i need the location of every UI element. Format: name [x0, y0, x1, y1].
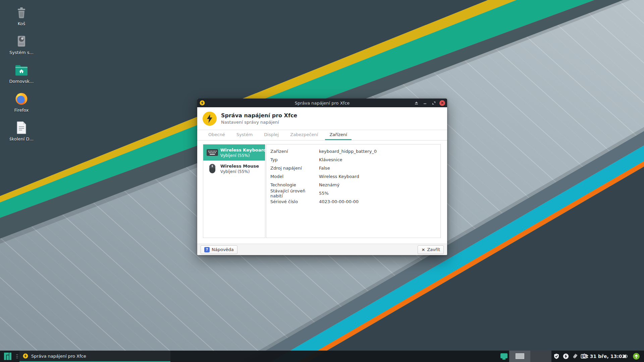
detail-value: Neznámý: [319, 182, 339, 187]
task-button-label: Správa napájení pro Xfce: [31, 354, 86, 359]
detail-value: 4023-00-00-00-00: [319, 199, 359, 204]
detail-value: False: [319, 166, 330, 171]
workspace-2[interactable]: [530, 351, 551, 362]
close-button[interactable]: ×: [439, 100, 445, 106]
desktop-icon-filesystem[interactable]: Systém s...: [7, 34, 36, 55]
workspace-window-preview: [516, 353, 524, 359]
device-list-item-mouse[interactable]: Wireless Mouse Vybíjení (55%): [203, 161, 265, 177]
desktop-icon-label: Systém s...: [9, 50, 34, 55]
home-folder-icon: [14, 63, 29, 77]
maximize-button[interactable]: [431, 100, 437, 106]
device-status: Vybíjení (55%): [220, 169, 259, 174]
device-list: Wireless Keyboard Vybíjení (55%) Wireles…: [203, 144, 265, 238]
detail-value: 55%: [319, 191, 329, 196]
detail-value: Wireless Keyboard: [319, 174, 359, 179]
close-x-icon: ×: [421, 247, 425, 252]
desktop-icon-label: Firefox: [14, 108, 29, 113]
detail-row: Zařízení keyboard_hidpp_battery_0: [266, 147, 440, 156]
dialog-subtitle: Nastavení správy napájení: [221, 120, 297, 125]
device-list-item-keyboard[interactable]: Wireless Keyboard Vybíjení (55%): [203, 144, 265, 161]
dialog-title: Správa napájení pro Xfce: [221, 112, 297, 119]
detail-label: Technologie: [270, 182, 319, 187]
desktop-icon-label: Koš: [18, 21, 25, 26]
power-app-icon: [200, 100, 205, 106]
workspace-1[interactable]: [509, 351, 530, 362]
dialog-footer: ? Nápověda × Zavřít: [197, 244, 447, 255]
applications-menu-button[interactable]: [0, 351, 15, 362]
device-name: Wireless Mouse: [220, 164, 259, 169]
firefox-icon: [14, 92, 29, 106]
window-header: Správa napájení pro Xfce Nastavení správ…: [197, 107, 447, 130]
detail-row: Typ Klávesnice: [266, 156, 440, 164]
tab-system[interactable]: Systém: [232, 130, 257, 140]
desktop-icon-column: Koš Systém s... Domovsk...: [7, 5, 36, 149]
detail-label: Typ: [270, 157, 319, 162]
taskbar-task-button[interactable]: Správa napájení pro Xfce: [19, 351, 170, 362]
detail-row: Zdroj napájení False: [266, 164, 440, 172]
desktop-icon-document[interactable]: školení D...: [7, 121, 36, 141]
window-titlebar[interactable]: Správa napájení pro Xfce ×: [197, 99, 447, 107]
detail-label: Zdroj napájení: [270, 166, 319, 171]
help-button-label: Nápověda: [212, 247, 234, 252]
panel-handle: [15, 351, 19, 362]
security-shield-icon[interactable]: [552, 351, 561, 362]
window-title: Správa napájení pro Xfce: [197, 101, 447, 106]
tab-zabezpeceni[interactable]: Zabezpečení: [286, 130, 322, 140]
detail-row: Model Wireless Keyboard: [266, 172, 440, 181]
detail-label: Model: [270, 174, 319, 179]
taskbar: Správa napájení pro Xfce: [0, 351, 644, 362]
keyboard-icon: [206, 148, 219, 157]
manjaro-logo-icon: [4, 353, 11, 360]
device-status: Vybíjení (55%): [220, 153, 263, 158]
power-header-icon: [203, 112, 217, 126]
desktop-icon-home[interactable]: Domovsk...: [7, 63, 36, 84]
detail-label: Zařízení: [270, 149, 319, 154]
volume-icon[interactable]: [621, 351, 630, 362]
power-manager-window: Správa napájení pro Xfce ×: [197, 99, 447, 255]
tab-bar: Obecné Systém Displej Zabezpečení Zaříze…: [197, 130, 447, 140]
detail-row: Stávající úroveň nabití 55%: [266, 189, 440, 197]
close-button-label: Zavřít: [427, 247, 440, 252]
tab-obecne[interactable]: Obecné: [204, 130, 229, 140]
device-name: Wireless Keyboard: [220, 147, 263, 153]
desktop-icon-label: školení D...: [9, 136, 34, 141]
devices-tab-content: Wireless Keyboard Vybíjení (55%) Wireles…: [197, 140, 447, 244]
desktop-icon-label: Domovsk...: [9, 79, 34, 84]
close-dialog-button[interactable]: × Zavřít: [418, 245, 444, 254]
hard-disk-icon: [14, 34, 29, 48]
workspace-pager: [509, 351, 551, 362]
help-button[interactable]: ? Nápověda: [201, 245, 237, 254]
device-details-panel: Zařízení keyboard_hidpp_battery_0 Typ Kl…: [266, 144, 441, 238]
detail-label: Sériové číslo: [270, 199, 319, 204]
show-desktop-icon[interactable]: [499, 351, 508, 362]
document-icon: [14, 121, 29, 135]
mouse-icon: [206, 163, 219, 174]
desktop-icon-firefox[interactable]: Firefox: [7, 92, 36, 113]
clipboard-paperclip-icon[interactable]: [571, 351, 579, 362]
detail-value: keyboard_hidpp_battery_0: [319, 149, 377, 154]
help-icon: ?: [204, 247, 210, 252]
power-tray-icon[interactable]: [561, 351, 570, 362]
clock[interactable]: Út 31 bře, 13:02: [586, 351, 621, 362]
tab-displej[interactable]: Displej: [260, 130, 283, 140]
tab-zarizeni[interactable]: Zařízení: [325, 130, 352, 140]
detail-label: Stávající úroveň nabití: [270, 188, 319, 198]
updates-available-icon[interactable]: [631, 351, 641, 362]
power-task-icon: [23, 353, 28, 359]
detail-row: Technologie Neznámý: [266, 181, 440, 189]
minimize-button[interactable]: [422, 100, 428, 106]
detail-row: Sériové číslo 4023-00-00-00-00: [266, 197, 440, 206]
desktop-icon-trash[interactable]: Koš: [7, 5, 36, 26]
detail-value: Klávesnice: [319, 157, 342, 162]
trash-icon: [14, 5, 29, 19]
shade-button[interactable]: [413, 100, 419, 106]
